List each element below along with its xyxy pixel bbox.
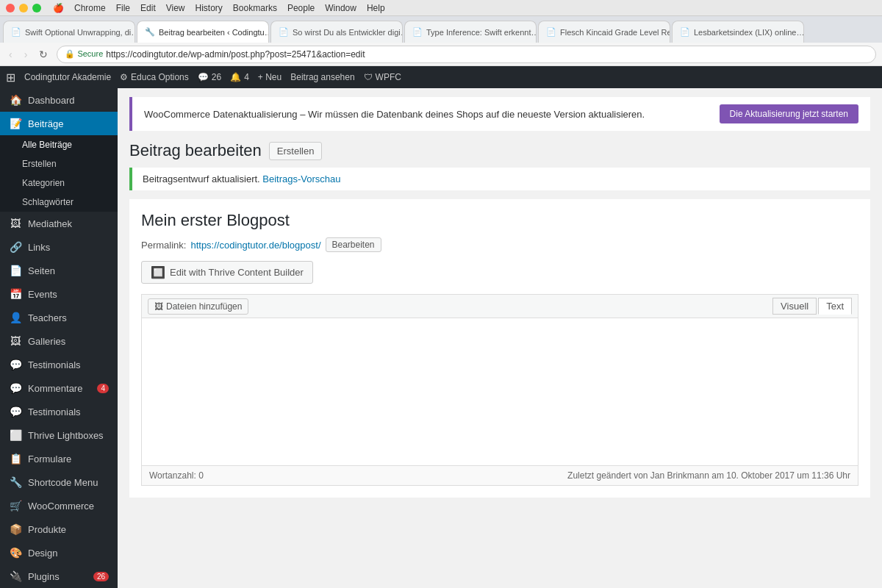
wc-update-button[interactable]: Die Aktualisierung jetzt starten	[720, 104, 858, 123]
menu-bookmarks[interactable]: Bookmarks	[233, 3, 277, 13]
mac-titlebar: 🍎 Chrome File Edit View History Bookmark…	[0, 0, 882, 16]
minimize-dot[interactable]	[19, 4, 28, 12]
editor-tabs: Visuell Text	[772, 298, 852, 315]
url-text: https://codingtutor.de/wp-admin/post.php…	[106, 49, 365, 60]
sidebar-item-label: Erstellen	[22, 159, 109, 169]
plugins-icon: 🔌	[9, 570, 22, 582]
sidebar-item-testimonials2[interactable]: 💬 Testimonials	[0, 400, 118, 423]
new-item[interactable]: + Neu	[258, 72, 282, 82]
media-icon: 🖼	[9, 218, 22, 229]
tab-beitrag-bearbeiten[interactable]: 🔧 Beitrag bearbeiten ‹ Codingtu… ✕	[137, 21, 269, 43]
menu-file[interactable]: File	[116, 3, 130, 13]
sidebar-item-label: Beiträge	[28, 118, 109, 129]
editor-content[interactable]	[142, 318, 858, 465]
add-media-button[interactable]: 🖼 Dateien hinzufügen	[148, 298, 248, 315]
menu-chrome[interactable]: Chrome	[74, 3, 106, 13]
wpfc[interactable]: 🛡 WPFC	[364, 72, 401, 82]
dashboard-icon: 🏠	[9, 94, 22, 106]
menu-history[interactable]: History	[196, 3, 223, 13]
sidebar-item-label: Schlagwörter	[22, 197, 109, 207]
sidebar-item-formulare[interactable]: 📋 Formulare	[0, 447, 118, 470]
sidebar-item-testimonials[interactable]: 💬 Testimonials	[0, 353, 118, 376]
testimonials2-icon: 💬	[9, 406, 22, 417]
sidebar-item-events[interactable]: 📅 Events	[0, 282, 118, 306]
sidebar-item-plugins[interactable]: 🔌 Plugins 26	[0, 564, 118, 588]
products-icon: 📦	[9, 523, 22, 535]
sidebar-item-label: Produkte	[28, 524, 109, 535]
view-post[interactable]: Beitrag ansehen	[290, 72, 354, 82]
sidebar-item-thrive-lightboxes[interactable]: ⬜ Thrive Lightboxes	[0, 423, 118, 447]
menu-edit[interactable]: Edit	[140, 3, 156, 13]
sidebar-item-dashboard[interactable]: 🏠 Dashboard	[0, 88, 118, 112]
preview-link[interactable]: Beitrags-Vorschau	[262, 173, 340, 184]
sidebar-item-label: Formulare	[28, 453, 109, 465]
comments-badge: 4	[97, 384, 109, 393]
tab-text[interactable]: Text	[818, 298, 852, 315]
beitraege-submenu: Alle Beiträge Erstellen Kategorien Schla…	[0, 135, 118, 212]
tab-visual[interactable]: Visuell	[772, 298, 817, 315]
shield-icon: 🛡	[364, 72, 373, 82]
menu-people[interactable]: People	[287, 3, 315, 13]
sidebar-item-label: Teachers	[28, 312, 109, 323]
sidebar-item-beitraege[interactable]: 📝 Beiträge	[0, 112, 118, 135]
forms-icon: 📋	[9, 453, 22, 465]
sidebar-item-galleries[interactable]: 🖼 Galleries	[0, 329, 118, 353]
sidebar-item-schlagwoerter[interactable]: Schlagwörter	[0, 193, 118, 212]
tab-flesch[interactable]: 📄 Flesch Kincaid Grade Level Re… ✕	[538, 21, 670, 43]
close-dot[interactable]	[6, 4, 15, 12]
media-add-icon: 🖼	[154, 301, 163, 312]
thrive-button-label: Edit with Thrive Content Builder	[170, 267, 304, 278]
permalink-row: Permalink: https://codingtutor.de/blogpo…	[141, 237, 858, 252]
wp-admin-bar: ⊞ Codingtutor Akademie ⚙ Educa Options 💬…	[0, 66, 882, 88]
pages-icon: 📄	[9, 265, 22, 276]
menu-view[interactable]: View	[166, 3, 185, 13]
post-title-input: Mein erster Blogpost	[141, 211, 858, 230]
create-button[interactable]: Erstellen	[269, 142, 323, 160]
educa-options[interactable]: ⚙ Educa Options	[120, 72, 189, 82]
tab-type-inference[interactable]: 📄 Type Inference: Swift erkennt… ✕	[404, 21, 537, 43]
sidebar-item-kategorien[interactable]: Kategorien	[0, 173, 118, 193]
sidebar: 🏠 Dashboard 📝 Beiträge Alle Beiträge Ers…	[0, 88, 118, 588]
sidebar-item-links[interactable]: 🔗 Links	[0, 235, 118, 259]
sidebar-item-seiten[interactable]: 📄 Seiten	[0, 259, 118, 282]
menu-window[interactable]: Window	[325, 3, 356, 13]
woocommerce-notice: WooCommerce Datenaktualisierung – Wir mü…	[129, 97, 870, 131]
sidebar-item-label: Thrive Lightboxes	[28, 430, 109, 441]
sidebar-item-kommentare[interactable]: 💬 Kommentare 4	[0, 376, 118, 400]
back-button[interactable]: ‹	[6, 47, 15, 62]
menu-apple[interactable]: 🍎	[53, 3, 64, 13]
comments-count[interactable]: 💬 26	[198, 72, 221, 82]
sidebar-item-woocommerce[interactable]: 🛒 WooCommerce	[0, 494, 118, 517]
sidebar-item-produkte[interactable]: 📦 Produkte	[0, 517, 118, 541]
sidebar-item-alle-beitraege[interactable]: Alle Beiträge	[0, 135, 118, 154]
sidebar-item-label: Kommentare	[28, 383, 91, 394]
bearbeiten-button[interactable]: Bearbeiten	[326, 237, 381, 252]
menu-help[interactable]: Help	[367, 3, 385, 13]
sidebar-item-label: Events	[28, 289, 109, 300]
sidebar-item-label: Testimonials	[28, 359, 109, 370]
tab-entwickler[interactable]: 📄 So wirst Du als Entwickler digi… ✕	[270, 21, 403, 43]
reload-button[interactable]: ↻	[36, 47, 51, 62]
maximize-dot[interactable]	[32, 4, 41, 12]
thrive-content-builder-button[interactable]: 🔲 Edit with Thrive Content Builder	[141, 261, 313, 284]
sidebar-item-shortcode-menu[interactable]: 🔧 Shortcode Menu	[0, 470, 118, 494]
sidebar-item-label: Seiten	[28, 265, 109, 276]
updates-count[interactable]: 🔔 4	[230, 72, 249, 82]
url-bar[interactable]: 🔒 Secure https://codingtutor.de/wp-admin…	[57, 46, 876, 63]
permalink-url[interactable]: https://codingtutor.de/blogpost/	[190, 240, 320, 251]
forward-button[interactable]: ›	[21, 47, 31, 62]
sidebar-item-label: Dashboard	[28, 95, 109, 106]
sidebar-item-mediathek[interactable]: 🖼 Mediathek	[0, 212, 118, 235]
sidebar-item-label: Links	[28, 242, 109, 253]
tab-lix[interactable]: 📄 Lesbarketsindex (LIX) online… ✕	[672, 21, 804, 43]
lightbox-icon: ⬜	[9, 429, 22, 441]
sidebar-item-design[interactable]: 🎨 Design	[0, 541, 118, 564]
tab-swift-optional[interactable]: 📄 Swift Optional Unwrapping, di… ✕	[3, 21, 135, 43]
sidebar-item-teachers[interactable]: 👤 Teachers	[0, 306, 118, 329]
gear-icon: ⚙	[120, 72, 128, 82]
sidebar-item-erstellen[interactable]: Erstellen	[0, 154, 118, 173]
site-name[interactable]: Codingtutor Akademie	[24, 72, 111, 82]
wp-logo[interactable]: ⊞	[6, 71, 15, 85]
sidebar-item-label: WooCommerce	[28, 501, 109, 512]
tab-favicon: 📄	[412, 27, 423, 37]
